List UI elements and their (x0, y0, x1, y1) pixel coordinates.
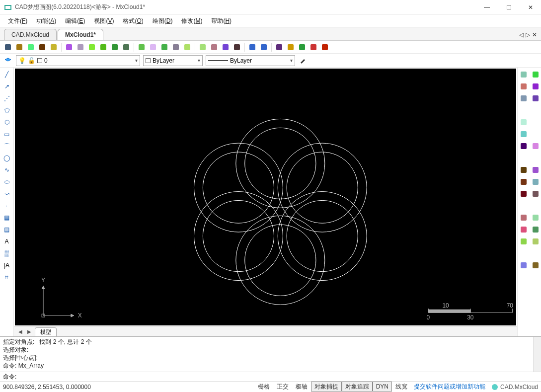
auto-select-icon[interactable] (137, 42, 147, 52)
extend-icon[interactable] (519, 177, 529, 187)
pan-icon[interactable] (98, 42, 108, 52)
drawing-canvas[interactable]: X Y 10 70 0 30 (14, 68, 517, 326)
offset-l-icon[interactable] (519, 165, 529, 175)
scrollbar[interactable] (533, 337, 541, 372)
trim-icon[interactable] (531, 177, 541, 187)
filter-icon[interactable] (182, 42, 192, 52)
link-icon[interactable] (221, 42, 231, 52)
polygon-icon[interactable]: ⬠ (2, 105, 12, 115)
zoom-extents-icon[interactable] (87, 42, 97, 52)
spline-icon[interactable]: ∿ (2, 165, 12, 175)
layers2-icon[interactable] (171, 42, 181, 52)
fillet-icon[interactable] (531, 225, 541, 235)
pdf-icon[interactable] (309, 42, 318, 52)
table-icon[interactable] (198, 42, 208, 52)
chamfer-icon[interactable] (519, 225, 529, 235)
grid-icon[interactable] (519, 129, 529, 139)
menu-a[interactable]: 功能(A) (32, 15, 60, 27)
toggle-对象捕捉[interactable]: 对象捕捉 (311, 382, 342, 392)
close-button[interactable]: ✕ (524, 4, 537, 11)
layer-copy-icon[interactable] (519, 70, 529, 79)
toggle-线宽[interactable]: 线宽 (392, 382, 411, 392)
open-folder-icon[interactable] (14, 42, 24, 52)
menu-d[interactable]: 绘图(D) (149, 15, 177, 27)
print-icon[interactable] (274, 42, 284, 52)
point-icon[interactable]: · (2, 201, 12, 211)
redo-icon[interactable] (259, 42, 269, 52)
rectangle-icon[interactable]: ▭ (2, 129, 12, 139)
toggle-极轴[interactable]: 极轴 (292, 382, 311, 392)
dimension-icon[interactable]: ▒ (2, 248, 12, 258)
ray-icon[interactable]: ⋰ (2, 93, 12, 103)
menu-e[interactable]: 编辑(E) (61, 15, 89, 27)
text-icon[interactable]: A (2, 236, 12, 246)
join-icon[interactable] (519, 189, 529, 199)
feedback-link[interactable]: 提交软件问题或增加新功能 (411, 383, 488, 391)
menu-o[interactable]: 格式(O) (119, 15, 147, 27)
layer-manager-icon[interactable] (3, 56, 13, 66)
document-tab[interactable]: MxCloud1* (58, 29, 103, 40)
hexagon-icon[interactable]: ⬡ (2, 117, 12, 127)
highlight-icon[interactable] (531, 70, 541, 79)
layers-icon[interactable] (159, 42, 169, 52)
circle-icon[interactable]: ◯ (2, 153, 12, 163)
view-prev-icon[interactable]: ▶ (26, 329, 33, 334)
edit-icon[interactable] (148, 42, 158, 52)
help-icon[interactable] (320, 42, 330, 52)
flip-icon[interactable] (531, 236, 541, 246)
rotate-icon[interactable] (519, 236, 529, 246)
menu-h[interactable]: 帮助(H) (207, 15, 235, 27)
paste-icon[interactable] (531, 93, 541, 103)
mirror-h-icon[interactable] (519, 141, 529, 151)
tangent-icon[interactable] (519, 260, 529, 270)
cycle-icon[interactable] (531, 81, 541, 91)
toggle-栅格[interactable]: 栅格 (254, 382, 273, 392)
document-tab[interactable]: CAD.MxCloud (4, 29, 57, 40)
image-icon[interactable] (232, 42, 242, 52)
tab-prev-icon[interactable]: ◁ (519, 31, 524, 38)
toggle-DYN[interactable]: DYN (373, 382, 392, 392)
polyline-icon[interactable]: ↗ (2, 81, 12, 91)
block-icon[interactable]: ▦ (2, 213, 12, 223)
eraser-icon[interactable] (531, 213, 541, 223)
mirror-v-icon[interactable] (531, 141, 541, 151)
hatch-icon[interactable]: ▤ (2, 225, 12, 235)
new-file-icon[interactable] (3, 42, 13, 52)
maximize-button[interactable]: ☐ (502, 4, 515, 11)
linetype-dropdown[interactable]: ByLayer ▾ (206, 55, 295, 66)
zoom-in-icon[interactable] (76, 42, 85, 52)
menu-m[interactable]: 修改(M) (177, 15, 206, 27)
match-properties-icon[interactable] (298, 56, 308, 66)
layer-dropdown[interactable]: 💡 🔓 0 ▾ (16, 55, 140, 66)
undo-icon[interactable] (247, 42, 257, 52)
tab-close-icon[interactable]: ✕ (532, 31, 537, 38)
mtext-icon[interactable]: |A (2, 260, 12, 270)
ellipse-icon[interactable]: ⬭ (2, 177, 12, 187)
tab-next-icon[interactable]: ▷ (526, 31, 530, 38)
save-icon[interactable] (37, 42, 47, 52)
break-icon[interactable] (531, 189, 541, 199)
zoom-window-icon[interactable] (64, 42, 74, 52)
copy-icon[interactable] (519, 93, 529, 103)
saveas-icon[interactable] (49, 42, 59, 52)
zoom-real-icon[interactable] (110, 42, 120, 52)
color-dropdown[interactable]: ByLayer ▾ (143, 55, 203, 66)
minimize-button[interactable]: — (480, 4, 493, 11)
toggle-对象追踪[interactable]: 对象追踪 (342, 382, 373, 392)
command-input[interactable] (16, 373, 538, 380)
scissors-icon[interactable] (209, 42, 219, 52)
zoom-prev-icon[interactable] (121, 42, 131, 52)
settings-gear-icon[interactable] (286, 42, 296, 52)
view-first-icon[interactable]: ◀ (17, 329, 24, 334)
import-icon[interactable] (26, 42, 36, 52)
model-tab[interactable]: 模型 (35, 327, 57, 336)
toggle-正交[interactable]: 正交 (273, 382, 292, 392)
box-icon[interactable] (519, 213, 529, 223)
globe-icon[interactable] (297, 42, 307, 52)
arc-icon[interactable]: ⌒ (2, 141, 12, 151)
region-icon[interactable]: ⌗ (2, 272, 12, 282)
scale-icon[interactable] (519, 81, 529, 91)
ellipse-arc-icon[interactable]: ⤻ (2, 189, 12, 199)
parallel-icon[interactable] (531, 260, 541, 270)
offset-r-icon[interactable] (531, 165, 541, 175)
